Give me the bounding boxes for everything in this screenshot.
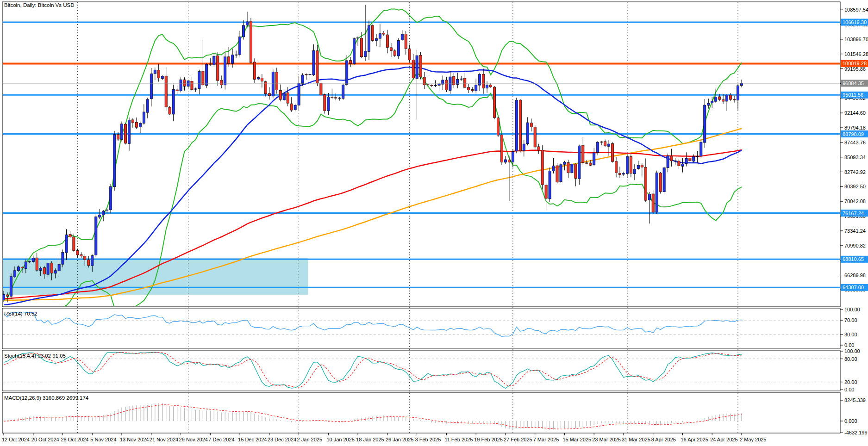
level-price-badge[interactable]: 106619.30 — [841, 19, 868, 26]
candle-body — [500, 135, 503, 162]
badge-label: 76167.24 — [843, 211, 864, 216]
date-axis-label[interactable]: 18 Jan 2025 — [356, 437, 384, 442]
level-price-badge[interactable]: 88798.09 — [841, 130, 868, 137]
candle-body — [615, 161, 617, 173]
date-axis-label[interactable]: 12 Oct 2024 — [2, 437, 30, 442]
date-axis-label[interactable]: 8 Apr 2025 — [651, 437, 676, 442]
candle-body — [6, 295, 8, 296]
candle-body — [2, 294, 5, 300]
candle-body — [393, 51, 396, 56]
level-price-badge[interactable]: 76167.24 — [841, 210, 868, 217]
candle-body — [324, 95, 326, 111]
candle-body — [50, 263, 53, 273]
candle-body — [460, 79, 462, 79]
candle-body — [327, 97, 330, 111]
level-price-badge[interactable]: 100019.28 — [841, 60, 868, 67]
price-axis-label: 89794.18 — [844, 125, 866, 130]
candle-body — [434, 86, 437, 86]
date-axis-label[interactable]: 23 Dec 2024 — [268, 437, 296, 442]
candle-body — [475, 85, 477, 91]
candle-body — [316, 51, 318, 83]
candle-body — [637, 165, 639, 168]
level-price-badge[interactable]: 95011.56 — [841, 92, 868, 99]
level-price-badge[interactable]: 68810.65 — [841, 256, 868, 263]
price-axis-label: 92144.60 — [844, 110, 866, 116]
candle-body — [253, 62, 256, 80]
candle-body — [268, 93, 270, 96]
candle-body — [534, 127, 536, 147]
candle-body — [87, 260, 90, 266]
date-axis-label[interactable]: 7 Dec 2024 — [208, 437, 234, 442]
bid-price-badge[interactable]: 96884.35 — [841, 80, 868, 87]
rsi-axis-label: 100.00 — [844, 307, 860, 312]
candle-body — [382, 33, 385, 35]
date-axis-label[interactable]: 15 Dec 2024 — [238, 437, 267, 442]
date-axis-label[interactable]: 13 Nov 2024 — [120, 437, 149, 442]
candle-body — [298, 83, 300, 105]
date-axis-label[interactable]: 23 Mar 2025 — [592, 437, 621, 442]
candle-body — [194, 89, 197, 89]
date-axis-label[interactable]: 11 Feb 2025 — [444, 437, 473, 442]
candle-body — [707, 103, 710, 105]
price-axis-label: 103896.70 — [844, 37, 868, 42]
date-axis-label[interactable]: 24 Apr 2025 — [710, 437, 737, 442]
candle-body — [408, 49, 411, 60]
candle-body — [571, 164, 573, 173]
macd-axis-label: 8245.339 — [844, 397, 866, 403]
candle-body — [180, 80, 182, 91]
candle-body — [110, 186, 112, 210]
candle-body — [419, 55, 422, 77]
date-axis-label[interactable]: 27 Feb 2025 — [504, 437, 532, 442]
stoch-axis-label: 100.00 — [844, 348, 860, 354]
price-chart-canvas[interactable]: 108597.54106247.12103896.70101546.289919… — [0, 0, 868, 446]
date-axis-label[interactable]: 3 Feb 2025 — [415, 437, 441, 442]
date-axis-label[interactable]: 26 Jan 2025 — [386, 437, 414, 442]
candle-body — [231, 55, 234, 64]
candle-body — [161, 76, 163, 79]
candle-body — [552, 166, 555, 171]
candle-body — [58, 264, 60, 271]
date-axis-label[interactable]: 31 Mar 2025 — [622, 437, 650, 442]
date-axis-label[interactable]: 28 Oct 2024 — [61, 437, 89, 442]
candle-body — [183, 80, 186, 86]
badge-label: 106619.30 — [843, 19, 867, 25]
candle-body — [106, 210, 108, 211]
stoch-axis-label: 0.00 — [844, 387, 854, 392]
date-axis-label[interactable]: 2 Jan 2025 — [297, 437, 322, 442]
macd-axis-label: 0.000 — [844, 418, 857, 424]
date-axis-label[interactable]: 16 Apr 2025 — [681, 437, 708, 442]
candle-body — [346, 61, 348, 85]
candle-body — [202, 71, 204, 85]
date-axis-label[interactable]: 5 Nov 2024 — [90, 437, 116, 442]
candle-body — [405, 34, 407, 49]
candle-body — [523, 144, 525, 151]
candle-body — [43, 267, 45, 274]
candle-body — [674, 161, 676, 161]
date-axis-label[interactable]: 10 Jan 2025 — [326, 437, 355, 442]
level-price-badge[interactable]: 64307.00 — [841, 284, 868, 291]
candle-body — [331, 97, 333, 98]
candle-body — [563, 162, 566, 164]
candle-body — [659, 173, 662, 192]
date-axis-label[interactable]: 7 Mar 2025 — [533, 437, 559, 442]
date-axis-label[interactable]: 15 Mar 2025 — [562, 437, 591, 442]
date-axis-label[interactable]: 19 Feb 2025 — [474, 437, 503, 442]
candle-body — [482, 74, 485, 88]
candle-body — [468, 87, 470, 90]
rsi-axis-label: 0.00 — [844, 342, 854, 348]
mt5-chart-window: 108597.54106247.12103896.70101546.289919… — [0, 0, 868, 446]
candle-body — [545, 185, 547, 198]
candle-body — [21, 267, 23, 268]
candle-body — [456, 80, 459, 85]
candle-body — [32, 258, 34, 262]
date-axis-label[interactable]: 29 Nov 2024 — [179, 437, 208, 442]
candle-body — [412, 60, 414, 78]
badge-label: 68810.65 — [843, 256, 864, 262]
candle-body — [224, 57, 226, 85]
stoch-axis-label: 20.00 — [844, 379, 857, 385]
candle-body — [711, 101, 713, 103]
date-axis-label[interactable]: 2 May 2025 — [740, 437, 766, 442]
candle-body — [486, 85, 488, 88]
date-axis-label[interactable]: 20 Oct 2024 — [31, 437, 59, 442]
date-axis-label[interactable]: 21 Nov 2024 — [150, 437, 178, 442]
